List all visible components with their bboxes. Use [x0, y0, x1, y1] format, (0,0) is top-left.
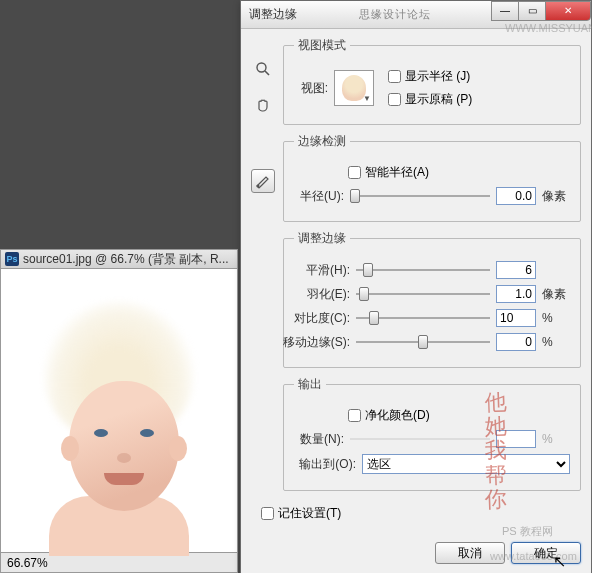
shift-edge-input[interactable] [496, 333, 536, 351]
document-statusbar: 66.67% [0, 553, 238, 573]
maximize-button[interactable]: ▭ [518, 1, 546, 21]
smooth-input[interactable] [496, 261, 536, 279]
amount-unit: % [542, 432, 570, 446]
show-radius-checkbox[interactable] [388, 70, 401, 83]
shift-edge-slider[interactable] [356, 333, 490, 351]
refine-edge-dialog: 调整边缘 思缘设计论坛 — ▭ ✕ 视图模式 视图: [240, 0, 592, 573]
adjust-edge-legend: 调整边缘 [294, 230, 350, 247]
dropdown-arrow-icon: ▼ [363, 94, 371, 103]
show-original-checkbox[interactable] [388, 93, 401, 106]
remember-settings-label: 记住设置(T) [278, 505, 341, 522]
zoom-tool-icon[interactable] [251, 57, 275, 81]
decontaminate-checkbox[interactable] [348, 409, 361, 422]
smart-radius-checkbox[interactable] [348, 166, 361, 179]
dialog-header-text: 思缘设计论坛 [297, 7, 492, 22]
contrast-slider[interactable] [356, 309, 490, 327]
amount-input [496, 430, 536, 448]
document-window: Ps source01.jpg @ 66.7% (背景 副本, R... 66.… [0, 249, 238, 573]
svg-line-1 [265, 71, 269, 75]
view-thumbnail-button[interactable]: ▼ [334, 70, 374, 106]
contrast-label: 对比度(C): [294, 310, 350, 327]
decontaminate-label: 净化颜色(D) [365, 407, 430, 424]
amount-label: 数量(N): [294, 431, 344, 448]
edge-detection-group: 边缘检测 智能半径(A) 半径(U): 像素 [283, 133, 581, 222]
view-label: 视图: [294, 80, 328, 97]
output-legend: 输出 [294, 376, 326, 393]
shift-edge-unit: % [542, 335, 570, 349]
dialog-titlebar[interactable]: 调整边缘 思缘设计论坛 — ▭ ✕ [241, 1, 591, 29]
view-mode-legend: 视图模式 [294, 37, 350, 54]
document-titlebar[interactable]: Ps source01.jpg @ 66.7% (背景 副本, R... [0, 249, 238, 269]
feather-slider[interactable] [356, 285, 490, 303]
radius-input[interactable] [496, 187, 536, 205]
svg-point-2 [257, 185, 260, 188]
feather-label: 羽化(E): [294, 286, 350, 303]
smart-radius-label: 智能半径(A) [365, 164, 429, 181]
document-canvas[interactable] [0, 269, 238, 553]
edge-detection-legend: 边缘检测 [294, 133, 350, 150]
close-button[interactable]: ✕ [545, 1, 591, 21]
feather-unit: 像素 [542, 286, 570, 303]
show-radius-label: 显示半径 (J) [405, 68, 470, 85]
document-title: source01.jpg @ 66.7% (背景 副本, R... [23, 251, 229, 268]
show-original-label: 显示原稿 (P) [405, 91, 472, 108]
ps-icon: Ps [5, 252, 19, 266]
svg-point-0 [257, 63, 266, 72]
adjust-edge-group: 调整边缘 平滑(H): 羽化(E): 像素 对比度(C): [283, 230, 581, 368]
tool-column [251, 37, 283, 528]
cancel-button[interactable]: 取消 [435, 542, 505, 564]
ok-button[interactable]: 确定 [511, 542, 581, 564]
shift-edge-label: 移动边缘(S): [280, 334, 350, 351]
radius-unit: 像素 [542, 188, 570, 205]
feather-input[interactable] [496, 285, 536, 303]
contrast-input[interactable] [496, 309, 536, 327]
amount-slider [350, 430, 490, 448]
dialog-buttons: 取消 确定 [241, 538, 591, 573]
smooth-slider[interactable] [356, 261, 490, 279]
dialog-title: 调整边缘 [249, 6, 297, 23]
view-mode-group: 视图模式 视图: ▼ 显示半径 (J) 显示原稿 (P) [283, 37, 581, 125]
minimize-button[interactable]: — [491, 1, 519, 21]
canvas-image [34, 321, 204, 541]
zoom-value[interactable]: 66.67% [7, 556, 48, 570]
remember-settings-checkbox[interactable] [261, 507, 274, 520]
output-to-select[interactable]: 选区 [362, 454, 570, 474]
hand-tool-icon[interactable] [251, 93, 275, 117]
contrast-unit: % [542, 311, 570, 325]
smooth-label: 平滑(H): [294, 262, 350, 279]
output-group: 输出 净化颜色(D) 数量(N): % 输出到(O): 选区 [283, 376, 581, 491]
radius-label: 半径(U): [294, 188, 344, 205]
refine-brush-tool-icon[interactable] [251, 169, 275, 193]
output-to-label: 输出到(O): [294, 456, 356, 473]
radius-slider[interactable] [350, 187, 490, 205]
